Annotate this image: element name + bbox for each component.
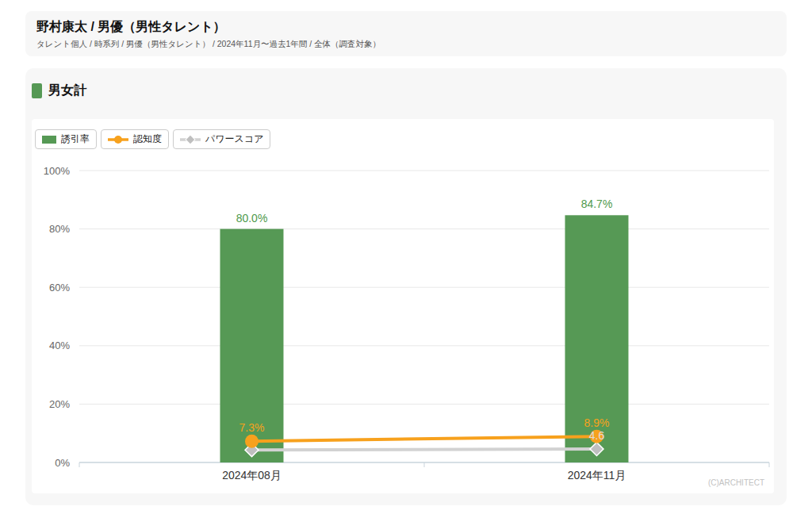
chart-card: 誘引率 認知度 パワースコア 0%20%40%60%80%100%2024年08… bbox=[32, 119, 774, 493]
legend-label: パワースコア bbox=[205, 132, 263, 146]
svg-text:80%: 80% bbox=[49, 223, 70, 235]
svg-text:84.7%: 84.7% bbox=[581, 198, 613, 210]
svg-text:8.9%: 8.9% bbox=[584, 416, 610, 429]
svg-text:7.3%: 7.3% bbox=[239, 421, 265, 434]
legend-label: 認知度 bbox=[133, 132, 162, 146]
svg-text:40%: 40% bbox=[49, 340, 70, 351]
svg-text:60%: 60% bbox=[49, 282, 70, 294]
svg-text:20%: 20% bbox=[49, 398, 70, 410]
line-circle-marker-icon bbox=[108, 135, 128, 144]
svg-text:80.0%: 80.0% bbox=[236, 212, 268, 224]
section-accent-square-icon bbox=[32, 83, 42, 98]
page-header: 野村康太 / 男優（男性タレント） タレント個人 / 時系列 / 男優（男性タレ… bbox=[25, 11, 787, 56]
svg-text:2024年08月: 2024年08月 bbox=[222, 469, 282, 482]
svg-text:2024年11月: 2024年11月 bbox=[568, 469, 626, 482]
chart-plot-area: 0%20%40%60%80%100%2024年08月2024年11月80.0%8… bbox=[32, 151, 774, 493]
svg-text:0%: 0% bbox=[55, 457, 70, 469]
breadcrumb: タレント個人 / 時系列 / 男優（男性タレント） / 2024年11月〜過去1… bbox=[36, 39, 776, 50]
svg-text:4.6: 4.6 bbox=[589, 429, 605, 442]
bar-swatch-icon bbox=[42, 136, 56, 144]
section-title: 男女計 bbox=[48, 82, 86, 99]
chart-legend: 誘引率 認知度 パワースコア bbox=[35, 129, 270, 149]
legend-item-bar-series[interactable]: 誘引率 bbox=[35, 129, 97, 149]
page-title: 野村康太 / 男優（男性タレント） bbox=[36, 18, 776, 36]
chart-section-card: 男女計 誘引率 認知度 パワースコア bbox=[25, 68, 787, 505]
legend-item-line-circle-series[interactable]: 認知度 bbox=[101, 129, 169, 149]
svg-text:100%: 100% bbox=[44, 165, 71, 177]
copyright-credit: (C)ARCHITECT bbox=[708, 478, 764, 487]
section-title-row: 男女計 bbox=[32, 82, 86, 99]
legend-label: 誘引率 bbox=[61, 132, 90, 146]
line-diamond-marker-icon bbox=[180, 134, 201, 145]
legend-item-line-diamond-series[interactable]: パワースコア bbox=[173, 129, 270, 149]
